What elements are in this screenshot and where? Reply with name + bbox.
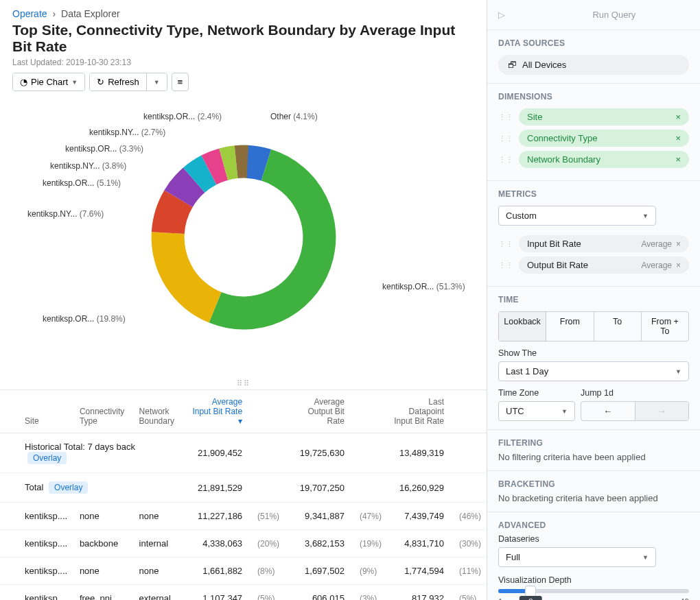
tz-select[interactable]: UTC▼: [498, 401, 575, 421]
list-view-button[interactable]: ≡: [172, 73, 189, 91]
drag-handle-icon[interactable]: ⋮⋮: [498, 136, 513, 141]
close-icon[interactable]: ×: [675, 154, 681, 165]
dimension-row: ⋮⋮ Connectivity Type×: [498, 130, 689, 147]
close-icon[interactable]: ×: [675, 133, 681, 143]
overlay-tag: Overlay: [49, 481, 88, 494]
cell-site: kentiksp....: [19, 557, 74, 585]
section-advanced: ADVANCED: [498, 520, 689, 530]
col-last-input[interactable]: Last DatapointInput Bit Rate: [387, 390, 450, 433]
close-icon[interactable]: ×: [676, 261, 681, 270]
metric-pill[interactable]: Output Bit Rate Average×: [519, 256, 689, 274]
jump-forward-button[interactable]: →: [635, 402, 689, 420]
cell-avg-out: 1,697,502: [285, 557, 350, 585]
drag-handle-icon[interactable]: ⋮⋮: [498, 242, 513, 246]
run-query-button[interactable]: ▷ Run Query: [487, 0, 700, 30]
chart-label: kentiksp.OR... (51.3%): [382, 282, 465, 291]
close-icon[interactable]: ×: [675, 112, 681, 122]
jump-back-button[interactable]: ←: [581, 402, 635, 420]
sort-desc-icon: ▾: [238, 416, 242, 426]
cell-last: 7,439,749: [387, 503, 450, 530]
list-icon: ≡: [178, 77, 183, 87]
cell-avg-out: 19,725,630: [285, 433, 350, 473]
section-data-sources: DATA SOURCES: [498, 38, 689, 48]
results-table: Site ConnectivityType NetworkBoundary Av…: [0, 390, 487, 600]
col-net-bound[interactable]: NetworkBoundary: [134, 390, 183, 433]
vizdepth-label: Visualization Depth: [498, 575, 689, 585]
show-the-label: Show The: [498, 348, 689, 358]
cell-bound: internal: [134, 530, 183, 557]
table-row[interactable]: kentiksp.... backbone internal 4,338,063…: [0, 530, 487, 557]
cell-conn: none: [74, 503, 134, 530]
page-title: Top Site, Connectivity Type, Network Bou…: [12, 22, 474, 55]
arrow-right-icon: →: [657, 406, 666, 416]
refresh-icon: ↻: [97, 77, 104, 87]
last-updated: Last Updated: 2019-10-30 23:13: [12, 58, 474, 67]
col-avg-output[interactable]: AverageOutput Bit Rate: [285, 390, 350, 433]
dimension-pill[interactable]: Connectivity Type×: [519, 130, 689, 147]
section-filtering: FILTERING: [498, 438, 689, 448]
cell-avg-out: 9,341,887: [285, 503, 350, 530]
caret-down-icon: ▼: [675, 368, 681, 375]
breadcrumb: Operate › Data Explorer: [12, 8, 474, 19]
time-from-to[interactable]: From + To: [641, 312, 688, 341]
metric-pill[interactable]: Input Bit Rate Average×: [519, 235, 689, 252]
table-row[interactable]: Historical Total: 7 days back Overlay 21…: [0, 433, 487, 473]
show-the-select[interactable]: Last 1 Day▼: [498, 361, 689, 381]
cell-conn: none: [74, 557, 134, 585]
cell-site: Historical Total: 7 days back Overlay: [19, 433, 183, 473]
time-from[interactable]: From: [546, 312, 593, 341]
refresh-button[interactable]: ↻ Refresh: [90, 73, 146, 91]
dimension-row: ⋮⋮ Network Boundary×: [498, 151, 689, 168]
cell-avg-in: 21,891,529: [183, 473, 248, 503]
drag-handle-icon[interactable]: ⋮⋮: [498, 263, 513, 267]
cell-site: kentiksp....: [19, 503, 74, 530]
section-bracketing: BRACKETING: [498, 479, 689, 489]
chevron-right-icon: ›: [52, 8, 56, 19]
section-dimensions: DIMENSIONS: [498, 92, 689, 101]
table-row[interactable]: Total Overlay 21,891,529 19,707,250 16,2…: [0, 473, 487, 503]
time-lookback[interactable]: Lookback: [499, 312, 546, 341]
dimension-row: ⋮⋮ Site×: [498, 108, 689, 125]
cell-avg-in: 1,661,882: [183, 557, 248, 585]
slider-thumb[interactable]: [525, 586, 536, 597]
drag-handle-icon[interactable]: ⋮⋮: [498, 158, 513, 162]
filtering-note: No filtering criteria have been applied: [498, 452, 689, 462]
cell-bound: none: [134, 557, 183, 585]
tz-label: Time Zone: [498, 388, 575, 398]
caret-down-icon: ▼: [154, 79, 160, 86]
caret-down-icon: ▼: [561, 408, 568, 415]
chart-type-button[interactable]: ◔ Pie Chart ▼: [13, 73, 84, 91]
chart-slice[interactable]: [151, 232, 221, 322]
dimension-pill[interactable]: Network Boundary×: [519, 151, 689, 168]
breadcrumb-operate[interactable]: Operate: [12, 8, 47, 19]
table-row[interactable]: kentiksp.... none none 11,227,186 (51%) …: [0, 503, 487, 530]
close-icon[interactable]: ×: [676, 239, 681, 249]
col-site[interactable]: Site: [19, 390, 74, 433]
cell-last: 817,932: [387, 585, 450, 601]
time-to[interactable]: To: [594, 312, 641, 341]
dimension-pill[interactable]: Site×: [519, 108, 689, 125]
data-sources-selector[interactable]: 🗗 All Devices: [498, 55, 689, 75]
caret-down-icon: ▼: [642, 213, 649, 219]
dataseries-select[interactable]: Full▼: [498, 547, 656, 567]
chart-label: kentiksp.NY... (7.6%): [27, 209, 104, 219]
refresh-options-button[interactable]: ▼: [146, 73, 167, 91]
metrics-select[interactable]: Custom▼: [498, 206, 656, 226]
cell-avg-out: 3,682,153: [285, 530, 350, 557]
metric-row: ⋮⋮ Input Bit Rate Average×: [498, 235, 689, 252]
cell-bound: external: [134, 585, 183, 601]
time-mode-toggle: Lookback From To From + To: [498, 311, 689, 341]
devices-icon: 🗗: [508, 60, 517, 70]
col-avg-input[interactable]: AverageInput Bit Rate ▾: [183, 390, 248, 433]
cell-site: kentiksp....: [19, 585, 74, 601]
vizdepth-slider[interactable]: 1 8 Low 40: [498, 589, 689, 600]
resize-handle[interactable]: ⠿⠿: [0, 378, 487, 389]
drag-handle-icon[interactable]: ⋮⋮: [498, 115, 513, 119]
table-row[interactable]: kentiksp.... none none 1,661,882 (8%) 1,…: [0, 557, 487, 585]
chart-label: Other (4.1%): [270, 112, 318, 121]
cell-conn: backbone: [74, 530, 134, 557]
bracketing-note: No bracketing criteria have been applied: [498, 493, 689, 503]
dataseries-label: Dataseries: [498, 534, 689, 544]
table-row[interactable]: kentiksp.... free_pni external 1,107,347…: [0, 585, 487, 601]
col-conn-type[interactable]: ConnectivityType: [74, 390, 134, 433]
